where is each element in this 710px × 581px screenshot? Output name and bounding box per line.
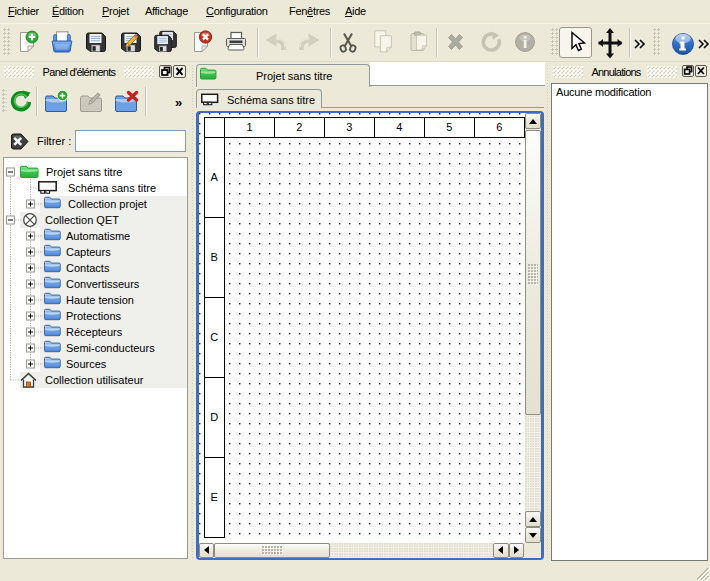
svg-text:A: A <box>211 171 219 183</box>
svg-text:C: C <box>210 331 218 343</box>
svg-text:1: 1 <box>246 121 252 133</box>
svg-text:E: E <box>211 491 218 503</box>
svg-text:2: 2 <box>296 121 302 133</box>
svg-text:3: 3 <box>346 121 352 133</box>
svg-text:6: 6 <box>496 121 502 133</box>
svg-text:B: B <box>211 251 218 263</box>
svg-text:D: D <box>210 411 218 423</box>
svg-text:5: 5 <box>446 121 452 133</box>
svg-text:4: 4 <box>396 121 402 133</box>
